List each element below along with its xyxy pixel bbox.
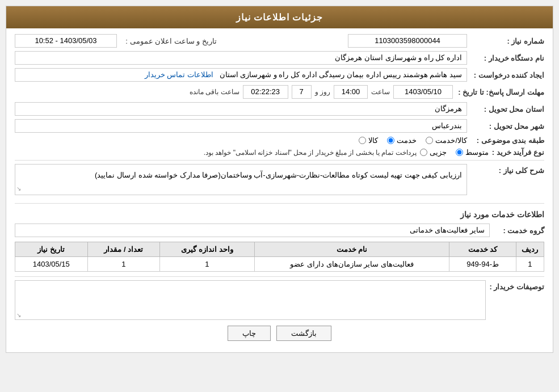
tosaif-value: ↘ xyxy=(15,280,486,320)
sharh-label: شرح کلی نیاز : xyxy=(470,164,544,175)
noe-farayand-label: نوع فرآیند خرید : xyxy=(492,148,544,157)
tarikh-value: 1403/05/03 - 10:52 xyxy=(15,34,117,48)
page-header: جزئیات اطلاعات نیاز xyxy=(6,6,553,28)
cell-vahed: 1 xyxy=(160,257,255,272)
mohlat-saat-label: ساعت xyxy=(371,88,390,96)
noe-jozi-label: جزیی xyxy=(430,148,447,157)
mohlat-saat: 14:00 xyxy=(334,85,368,99)
divider-2 xyxy=(15,203,544,204)
mohlat-roz: 7 xyxy=(292,85,312,99)
cell-name: فعالیت‌های سایر سازمان‌های دارای عضو xyxy=(254,257,449,272)
col-tarikh: تاریخ نیاز xyxy=(15,242,88,257)
cell-radif: 1 xyxy=(516,257,544,272)
tosaif-label: توصیفات خریدار : xyxy=(489,280,544,291)
tamas-khardar-link[interactable]: اطلاعات تماس خریدار xyxy=(145,70,213,79)
grohe-khadamat-value: سایر فعالیت‌های خدماتی xyxy=(15,224,490,237)
cell-kod: ط-94-949 xyxy=(449,257,516,272)
resize-icon-tosaif: ↘ xyxy=(16,312,21,318)
khadamat-section-title: اطلاعات خدمات مورد نیاز xyxy=(15,208,544,221)
table-row: 1 ط-94-949 فعالیت‌های سایر سازمان‌های دا… xyxy=(15,257,544,272)
resize-icon-sharh: ↘ xyxy=(16,184,21,193)
sharh-text: ارزیابی کیفی جهت تهیه لیست کوتاه مطالعات… xyxy=(95,171,462,179)
nam-dastgah-value: اداره کل راه و شهرسازی استان هرمزگان xyxy=(15,51,467,65)
mohlat-roz-label: روز و xyxy=(315,88,330,96)
print-button[interactable]: چاپ xyxy=(228,326,271,341)
tarikh-label: تاریخ و ساعت اعلان عمومی : xyxy=(120,37,217,45)
col-kod: کد خدمت xyxy=(449,242,516,257)
mohlat-label: مهلت ارسال پاسخ: تا تاریخ : xyxy=(456,88,544,96)
cell-tarikh: 1403/05/15 xyxy=(15,257,88,272)
divider-1 xyxy=(15,160,544,161)
tabaqe-khadamat-radio[interactable] xyxy=(387,137,394,144)
tabaqe-kala-khadamat-label: کالا/خدمت xyxy=(435,136,467,145)
tabaqe-kala-label: کالا xyxy=(368,136,378,145)
mohlat-date: 1403/05/10 xyxy=(393,85,453,99)
tabaqe-kala-khadamat-radio[interactable] xyxy=(426,137,433,144)
tabaqe-label: طبقه بندی موضوعی : xyxy=(470,136,544,145)
col-radif: ردیف xyxy=(516,242,544,257)
noe-motevaset-option[interactable]: متوسط xyxy=(456,148,489,157)
tabaqe-kala-radio[interactable] xyxy=(359,137,366,144)
tabaqe-kala-khadamat-option[interactable]: کالا/خدمت xyxy=(426,136,467,145)
cell-tedad: 1 xyxy=(87,257,160,272)
button-row: بازگشت چاپ xyxy=(15,326,544,347)
noe-farayand-note: پرداخت تمام یا بخشی از مبلغ خریدار از مح… xyxy=(15,149,417,157)
noe-jozi-radio[interactable] xyxy=(420,149,427,156)
ostan-value: هرمزگان xyxy=(15,102,467,116)
tabaqe-khadamat-label: خدمت xyxy=(397,136,417,145)
tabaqe-kala-option[interactable]: کالا xyxy=(359,136,378,145)
service-table: ردیف کد خدمت نام خدمت واحد اندازه گیری ت… xyxy=(15,242,544,272)
ijad-konande-text: سید هاشم هوشمند رییس اداره بیمان رسیدگی … xyxy=(220,70,462,79)
sharh-value: ارزیابی کیفی جهت تهیه لیست کوتاه مطالعات… xyxy=(15,164,467,195)
col-name: نام خدمت xyxy=(254,242,449,257)
shomare-niaz-label: شماره نیاز : xyxy=(470,37,544,45)
tabaqe-khadamat-option[interactable]: خدمت xyxy=(387,136,417,145)
noe-motevaset-radio[interactable] xyxy=(456,149,463,156)
page-title: جزئیات اطلاعات نیاز xyxy=(236,12,323,22)
grohe-khadamat-label: گروه خدمت : xyxy=(493,226,544,235)
col-tedad: تعداد / مقدار xyxy=(87,242,160,257)
mohlat-mande-label: ساعت باقی مانده xyxy=(190,88,239,96)
ostan-label: استان محل تحویل : xyxy=(470,105,544,113)
back-button[interactable]: بازگشت xyxy=(276,326,331,341)
divider-3 xyxy=(15,276,544,277)
shahr-label: شهر محل تحویل : xyxy=(470,122,544,130)
noe-motevaset-label: متوسط xyxy=(465,148,489,157)
col-vahed: واحد اندازه گیری xyxy=(160,242,255,257)
mohlat-mande: 02:22:23 xyxy=(243,85,288,99)
ijad-konande-value: سید هاشم هوشمند رییس اداره بیمان رسیدگی … xyxy=(15,68,467,82)
ijad-konande-label: ایجاد کننده درخواست : xyxy=(470,71,544,79)
noe-jozi-option[interactable]: جزیی xyxy=(420,148,447,157)
shomare-niaz-value: 1103003598000044 xyxy=(348,34,467,48)
shahr-value: بندرعباس xyxy=(15,119,467,133)
nam-dastgah-label: نام دستگاه خریدار : xyxy=(470,54,544,62)
